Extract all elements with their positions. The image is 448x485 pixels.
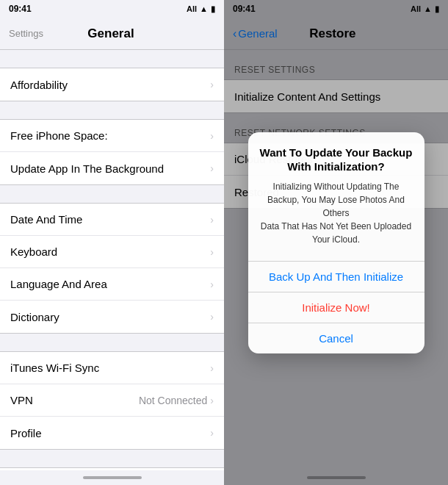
dialog-content: Want To Update Your BackupWith Initializ…: [248, 132, 424, 261]
left-label-free-iphone-space: Free iPhone Space:: [10, 129, 108, 142]
left-nav-bar: Settings General: [0, 18, 224, 50]
left-label-language: Language And Area: [10, 278, 107, 290]
left-settings-list: Affordability › Free iPhone Space: › Upd…: [0, 50, 224, 470]
chevron-icon-date-time: ›: [210, 214, 214, 226]
left-group-1: Free iPhone Space: › Update App In The B…: [0, 119, 224, 185]
left-label-profile: Profile: [10, 427, 42, 439]
left-label-date-time: Date And Time: [10, 213, 82, 226]
left-status-bar: 09:41 All ▲ ▮: [0, 0, 224, 18]
left-group-2: Date And Time › Keyboard › Language And …: [0, 203, 224, 334]
left-nav-title: General: [43, 26, 178, 41]
left-label-vpn: VPN: [10, 394, 33, 406]
left-time: 09:41: [9, 4, 32, 14]
left-row-itunes-wifi[interactable]: iTunes Wi-Fi Sync ›: [0, 352, 224, 384]
left-row-affordability[interactable]: Affordability ›: [0, 68, 224, 101]
left-label-keyboard: Keyboard: [10, 245, 57, 258]
left-row-profile[interactable]: Profile ›: [0, 417, 224, 449]
chevron-icon-affordability: ›: [210, 79, 214, 90]
left-group-0: Affordability ›: [0, 68, 224, 101]
left-vpn-value: Not Connected: [139, 395, 207, 406]
chevron-icon-profile: ›: [210, 427, 214, 439]
left-row-language[interactable]: Language And Area ›: [0, 268, 224, 301]
left-home-bar: [83, 476, 142, 479]
dialog-buttons: Back Up And Then Initialize Initialize N…: [248, 261, 424, 353]
left-battery-icon: ▮: [211, 4, 215, 14]
left-panel: 09:41 All ▲ ▮ Settings General Affordabi…: [0, 0, 224, 485]
chevron-icon-dictionary: ›: [210, 311, 214, 323]
left-row-dictionary[interactable]: Dictionary ›: [0, 301, 224, 333]
left-row-keyboard[interactable]: Keyboard ›: [0, 236, 224, 268]
left-wifi-icon: ▲: [200, 4, 208, 13]
dialog-title: Want To Update Your BackupWith Initializ…: [260, 146, 413, 174]
dialog-overlay: Want To Update Your BackupWith Initializ…: [224, 0, 448, 485]
left-label-itunes-wifi: iTunes Wi-Fi Sync: [10, 362, 99, 374]
left-group-3: iTunes Wi-Fi Sync › VPN Not Connected › …: [0, 351, 224, 450]
left-signal: All: [187, 4, 197, 13]
chevron-icon-vpn: ›: [210, 395, 214, 406]
chevron-icon-language: ›: [210, 279, 214, 290]
dialog-backup-button[interactable]: Back Up And Then Initialize: [248, 262, 424, 292]
chevron-icon-free-space: ›: [210, 130, 214, 142]
left-label-dictionary: Dictionary: [10, 311, 59, 323]
left-row-free-iphone-space[interactable]: Free iPhone Space: ›: [0, 120, 224, 152]
left-row-date-time[interactable]: Date And Time ›: [0, 204, 224, 236]
dialog-message: Initializing Without Updating The Backup…: [260, 180, 413, 246]
left-row-update-app[interactable]: Update App In The Background ›: [0, 152, 224, 184]
chevron-icon-itunes-wifi: ›: [210, 362, 214, 374]
right-panel: 09:41 All ▲ ▮ ‹ General Restore Reset Se…: [224, 0, 448, 485]
chevron-icon-update-app: ›: [210, 162, 214, 174]
left-label-update-app: Update App In The Background: [10, 162, 164, 175]
left-status-icons: All ▲ ▮: [187, 4, 215, 14]
left-home-indicator: [0, 470, 224, 485]
dialog-cancel-button[interactable]: Cancel: [248, 323, 424, 353]
left-row-vpn[interactable]: VPN Not Connected ›: [0, 384, 224, 417]
left-nav-settings-label: Settings: [9, 28, 43, 39]
dialog-box: Want To Update Your BackupWith Initializ…: [248, 132, 424, 353]
chevron-icon-keyboard: ›: [210, 246, 214, 258]
left-row-label-affordability: Affordability: [10, 79, 68, 91]
dialog-initialize-now-button[interactable]: Initialize Now!: [248, 292, 424, 323]
